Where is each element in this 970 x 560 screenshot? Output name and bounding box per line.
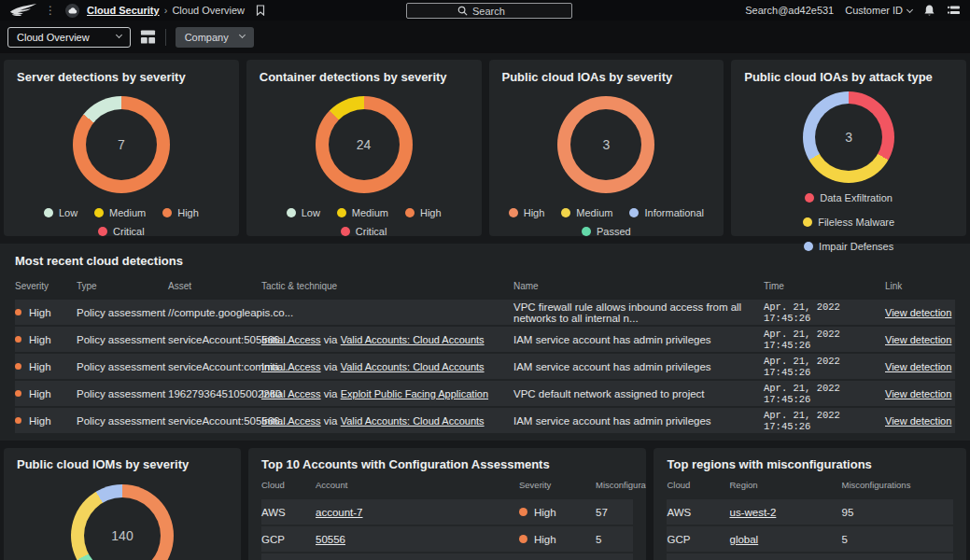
account-cell: account-7 bbox=[316, 507, 519, 518]
legend-item: Medium bbox=[561, 207, 612, 218]
view-detection-link[interactable]: View detection bbox=[885, 307, 955, 318]
legend-dot-icon bbox=[94, 208, 104, 217]
legend-label: Data Exfiltration bbox=[820, 192, 893, 203]
donut-total: 24 bbox=[329, 109, 400, 180]
tactic-link[interactable]: Initial Access bbox=[261, 361, 321, 372]
legend-label: Low bbox=[302, 207, 320, 218]
cloud-cell: GCP bbox=[261, 534, 316, 545]
legend-item: Fileless Malware bbox=[803, 217, 894, 228]
severity-label: High bbox=[29, 334, 51, 345]
chevron-down-icon bbox=[239, 32, 246, 38]
legend-label: Critical bbox=[113, 226, 145, 237]
via-word: via bbox=[321, 388, 341, 399]
legend-label: Medium bbox=[109, 207, 146, 218]
tactic-cell: Initial Access via Valid Accounts: Cloud… bbox=[261, 415, 513, 427]
severity-dot-icon bbox=[15, 363, 21, 370]
technique-link[interactable]: Valid Accounts: Cloud Accounts bbox=[341, 361, 485, 372]
column-header: Type bbox=[77, 281, 168, 291]
severity-cell: High bbox=[519, 534, 596, 545]
region-cell: us-west-2 bbox=[729, 507, 841, 518]
severity-cell: High bbox=[519, 507, 596, 518]
severity-dot-icon bbox=[519, 508, 527, 516]
view-detection-link[interactable]: View detection bbox=[885, 334, 955, 345]
view-detection-link[interactable]: View detection bbox=[885, 361, 955, 372]
tactic-link[interactable]: Initial Access bbox=[261, 334, 321, 345]
app-switcher-dots-icon[interactable]: ⋮ bbox=[45, 5, 56, 16]
severity-dot-icon bbox=[15, 390, 21, 397]
legend-item: Passed bbox=[582, 226, 631, 237]
account-link[interactable]: account-7 bbox=[316, 507, 363, 518]
bookmark-icon[interactable] bbox=[256, 5, 265, 16]
table-row: HighPolicy assessmentserviceAccount:5055… bbox=[15, 327, 955, 352]
legend-label: High bbox=[177, 207, 199, 218]
legend-label: Low bbox=[59, 207, 77, 218]
legend-dot-icon bbox=[509, 208, 518, 217]
cloud-ioas-severity-donut-chart[interactable]: 3 bbox=[557, 96, 654, 193]
server-detections-donut-chart[interactable]: 7 bbox=[73, 96, 170, 193]
view-selector-dropdown[interactable]: Cloud Overview bbox=[7, 27, 131, 48]
donut-total: 7 bbox=[86, 109, 157, 180]
column-header: Account bbox=[316, 480, 519, 490]
account-link[interactable]: 50556 bbox=[316, 534, 345, 545]
severity-cell: High bbox=[15, 361, 77, 372]
crowdstrike-falcon-logo[interactable] bbox=[9, 3, 37, 18]
legend-dot-icon bbox=[561, 208, 570, 217]
severity-cell: High bbox=[15, 388, 77, 399]
technique-link[interactable]: Valid Accounts: Cloud Accounts bbox=[341, 415, 485, 427]
name-cell: VPC firewall rule allows inbound access … bbox=[513, 301, 764, 324]
chart-title: Container detections by severity bbox=[260, 70, 469, 84]
type-cell: Policy assessment bbox=[77, 415, 168, 427]
cloud-security-module-icon[interactable] bbox=[65, 4, 79, 18]
customer-id-menu[interactable]: Customer ID bbox=[845, 5, 912, 16]
legend-item: Data Exfiltration bbox=[805, 192, 893, 203]
chart-title: Server detections by severity bbox=[17, 70, 226, 84]
chart-legend: Data ExfiltrationFileless MalwareImpair … bbox=[744, 192, 953, 252]
global-search[interactable] bbox=[406, 3, 572, 19]
legend-dot-icon bbox=[804, 242, 813, 251]
cloud-ioas-attack-type-donut-chart[interactable]: 3 bbox=[803, 91, 894, 183]
cloud-cell: GCP bbox=[667, 534, 729, 545]
container-detections-donut-chart[interactable]: 24 bbox=[316, 96, 413, 193]
severity-dot-icon bbox=[15, 309, 21, 315]
table-title: Top 10 Accounts with Configuration Asses… bbox=[261, 457, 633, 471]
misconfigurations-count: 5 bbox=[596, 534, 633, 545]
activity-feed-icon[interactable] bbox=[947, 5, 961, 16]
region-link[interactable]: global bbox=[729, 534, 758, 545]
severity-label: High bbox=[534, 534, 556, 545]
legend-dot-icon bbox=[287, 208, 296, 217]
user-account-label[interactable]: Search@ad42e531 bbox=[745, 5, 834, 16]
asset-cell: //compute.googleapis.co... bbox=[168, 307, 261, 318]
notifications-bell-icon[interactable] bbox=[923, 4, 935, 17]
tactic-link[interactable]: Initial Access bbox=[261, 388, 321, 399]
name-cell: VPC default network assigned to project bbox=[513, 388, 764, 399]
container-detections-card: Container detections by severity 24 LowM… bbox=[246, 60, 482, 236]
technique-link[interactable]: Exploit Public Facing Application bbox=[341, 388, 488, 399]
legend-dot-icon bbox=[44, 208, 53, 217]
severity-cell: High bbox=[15, 307, 77, 318]
tactic-link[interactable]: Initial Access bbox=[261, 415, 321, 427]
legend-item: High bbox=[509, 207, 545, 218]
asset-cell: serviceAccount:505566... bbox=[168, 415, 261, 427]
technique-link[interactable]: Valid Accounts: Cloud Accounts bbox=[341, 334, 485, 345]
legend-item: High bbox=[405, 207, 442, 218]
donut-total: 3 bbox=[570, 109, 641, 180]
legend-item: Critical bbox=[98, 226, 145, 237]
view-detection-link[interactable]: View detection bbox=[885, 388, 955, 399]
severity-label: High bbox=[29, 415, 51, 427]
legend-item: Critical bbox=[341, 226, 387, 237]
region-link[interactable]: us-west-2 bbox=[729, 507, 776, 518]
scope-filter-button[interactable]: Company bbox=[176, 27, 254, 48]
dashboard-layout-button[interactable] bbox=[140, 29, 156, 45]
via-word: via bbox=[321, 415, 341, 427]
search-input[interactable] bbox=[472, 6, 521, 17]
breadcrumb-module-link[interactable]: Cloud Security bbox=[87, 5, 160, 16]
misconfigurations-count: 57 bbox=[596, 507, 633, 518]
cloud-ioms-severity-donut-chart[interactable]: 140 bbox=[71, 484, 174, 560]
legend-label: Critical bbox=[356, 226, 387, 237]
column-header: Name bbox=[513, 281, 764, 291]
recent-detections-section: Most recent cloud detections Severity Ty… bbox=[0, 244, 970, 441]
type-cell: Policy assessment bbox=[77, 361, 168, 372]
name-cell: IAM service account has admin privileges bbox=[513, 334, 764, 345]
view-detection-link[interactable]: View detection bbox=[885, 415, 955, 427]
table-row: AWSaccount-7High57 bbox=[261, 499, 633, 525]
